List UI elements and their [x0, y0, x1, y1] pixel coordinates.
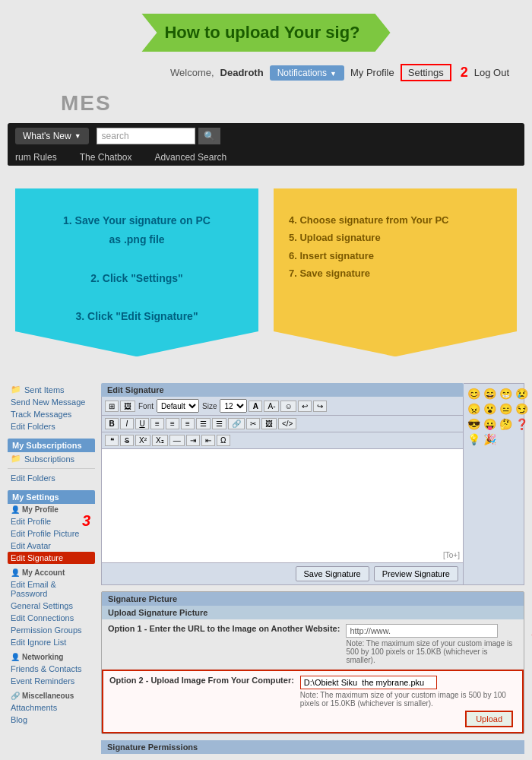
nav-logout[interactable]: Log Out: [474, 67, 509, 78]
whats-new-btn[interactable]: What's New: [15, 128, 89, 144]
forum-nav: What's New 🔍 rum Rules The Chatbox Advan…: [8, 123, 524, 166]
sig-option-2-note: Note: The maximum size of your custom im…: [300, 691, 516, 708]
sidebar-sent-items: 📁 Sent Items: [8, 383, 95, 396]
emoji-11[interactable]: 🤔: [499, 417, 513, 431]
toolbar-size-select[interactable]: 12: [220, 399, 247, 413]
tb-sup[interactable]: X²: [135, 435, 150, 446]
steps-area: 1. Save Your signature on PC as .png fil…: [0, 173, 532, 372]
nav-my-profile[interactable]: My Profile: [350, 67, 394, 78]
toolbar-undo[interactable]: ↩: [298, 401, 312, 412]
banner-title: How to upload Your sig?: [164, 23, 359, 43]
sidebar-friends-contacts[interactable]: Friends & Contacts: [8, 663, 95, 675]
editor-title-bar: Edit Signature: [101, 383, 464, 397]
tb-quote[interactable]: ❝: [105, 435, 119, 446]
sidebar-edit-ignore[interactable]: Edit Ignore List: [8, 636, 95, 648]
upload-btn[interactable]: Upload: [465, 711, 513, 727]
tb-code[interactable]: </>: [278, 418, 296, 429]
preview-signature-btn[interactable]: Preview Signature: [374, 566, 458, 581]
tb-i[interactable]: I: [120, 418, 134, 429]
person-icon: 👤: [11, 505, 20, 514]
emoji-8[interactable]: 😏: [515, 402, 529, 416]
chatbox-link[interactable]: The Chatbox: [80, 152, 132, 163]
tb-u[interactable]: U: [135, 418, 149, 429]
sidebar-subscriptions-section: My Subscriptions 📁 Subscriptions Edit Fo…: [8, 439, 95, 484]
sig-option-1-note: Note: The maximum size of your custom im…: [346, 639, 518, 664]
tb-img2[interactable]: 🖼: [261, 418, 277, 429]
tb-strike[interactable]: S̶: [120, 435, 134, 446]
sidebar-blog[interactable]: Blog: [8, 714, 95, 726]
sent-items-label: Sent Items: [24, 385, 65, 394]
editor-toolbar: ⊞ 🖼 Font Default Size 12 A A- ☺ ↩ ↪: [101, 397, 464, 416]
tb-align2[interactable]: ≡: [166, 418, 179, 429]
sig-option-2-input[interactable]: [300, 676, 437, 689]
emoji-9[interactable]: 😎: [467, 417, 481, 431]
tb-list2[interactable]: ☰: [212, 418, 226, 429]
toolbar-source[interactable]: ⊞: [105, 401, 119, 412]
emoji-10[interactable]: 😛: [483, 417, 497, 431]
step4-text: 4. Choose signature from Your PC: [289, 211, 502, 229]
toolbar-color[interactable]: A-: [264, 401, 279, 412]
emoji-12[interactable]: ❓: [515, 417, 529, 431]
sig-option-1-label-group: Option 1 - Enter the URL to the Image on…: [108, 624, 340, 635]
sig-option-2-row: Option 2 - Upload Image From Your Comput…: [102, 670, 524, 733]
sidebar-track-messages[interactable]: Track Messages: [8, 408, 95, 420]
toolbar-bold[interactable]: A: [249, 401, 262, 412]
emoji-13[interactable]: 💡: [467, 432, 481, 446]
edit-folders-label: Edit Folders: [11, 422, 55, 431]
tb-outdent[interactable]: ⇤: [201, 435, 215, 446]
sidebar-edit-signature[interactable]: Edit Signature: [8, 552, 95, 564]
search-box: 🔍: [97, 128, 233, 144]
tb-align3[interactable]: ≡: [181, 418, 195, 429]
tb-align1[interactable]: ≡: [150, 418, 164, 429]
editor-body[interactable]: [To+]: [101, 449, 464, 563]
tb-hr[interactable]: —: [169, 435, 185, 446]
nav-bar: Welcome, Deadroth Notifications My Profi…: [0, 58, 532, 87]
toolbar-font-select[interactable]: Default: [157, 399, 199, 413]
sidebar-event-reminders[interactable]: Event Reminders: [8, 675, 95, 687]
emoji-6[interactable]: 😮: [483, 402, 497, 416]
tb-b[interactable]: B: [105, 418, 119, 429]
blue-ribbon: 1. Save Your signature on PC as .png fil…: [15, 188, 258, 356]
search-btn[interactable]: 🔍: [198, 128, 220, 144]
sidebar-edit-connections[interactable]: Edit Connections: [8, 612, 95, 624]
sig-option-1-input[interactable]: [346, 624, 498, 638]
emoji-5[interactable]: 😠: [467, 402, 481, 416]
emoji-14[interactable]: 🎉: [483, 432, 497, 446]
step7-text: 7. Save signature: [289, 264, 502, 282]
forum-rules-link[interactable]: rum Rules: [15, 152, 57, 163]
tb-unlink[interactable]: ✂: [246, 418, 260, 429]
editor-tag: [To+]: [443, 551, 460, 559]
sidebar-edit-folders-sub[interactable]: Edit Folders: [8, 472, 95, 484]
toolbar-img[interactable]: 🖼: [120, 401, 135, 412]
tb-list1[interactable]: ☰: [196, 418, 211, 429]
emoji-3[interactable]: 😁: [499, 387, 513, 401]
tb-special[interactable]: Ω: [217, 435, 230, 446]
search-input[interactable]: [97, 128, 195, 144]
step-2-label: 2: [461, 65, 468, 81]
tb-indent[interactable]: ⇥: [186, 435, 200, 446]
sidebar-general-settings[interactable]: General Settings: [8, 600, 95, 612]
save-signature-btn[interactable]: Save Signature: [296, 566, 369, 581]
emoji-2[interactable]: 😄: [483, 387, 497, 401]
tb-sub[interactable]: X₂: [152, 435, 168, 446]
step1-text: 1. Save Your signature on PC: [30, 211, 243, 230]
sidebar-edit-email[interactable]: Edit Email & Password: [8, 578, 95, 600]
toolbar-emoji[interactable]: ☺: [280, 401, 296, 412]
emoji-4[interactable]: 😢: [515, 387, 529, 401]
folder-icon: 📁: [11, 385, 21, 394]
nav-notifications-btn[interactable]: Notifications: [270, 65, 344, 81]
advanced-search-link[interactable]: Advanced Search: [154, 152, 226, 163]
emoji-7[interactable]: 😑: [499, 402, 513, 416]
toolbar-redo[interactable]: ↪: [313, 401, 327, 412]
nav-settings[interactable]: Settings: [401, 64, 451, 81]
sidebar-edit-folders[interactable]: Edit Folders: [8, 420, 95, 432]
sidebar-misc-group: 🔗 Miscellaneous: [8, 690, 95, 701]
sidebar-attachments[interactable]: Attachments: [8, 701, 95, 714]
sidebar-send-message[interactable]: Send New Message: [8, 396, 95, 408]
sidebar-permission-groups[interactable]: Permission Groups: [8, 624, 95, 636]
sidebar-subscriptions[interactable]: 📁 Subscriptions: [8, 452, 95, 465]
sidebar: 📁 Sent Items Send New Message Track Mess…: [8, 383, 95, 754]
sidebar-edit-avatar[interactable]: Edit Avatar: [8, 540, 95, 552]
emoji-1[interactable]: 😊: [467, 387, 481, 401]
tb-link[interactable]: 🔗: [228, 418, 245, 429]
